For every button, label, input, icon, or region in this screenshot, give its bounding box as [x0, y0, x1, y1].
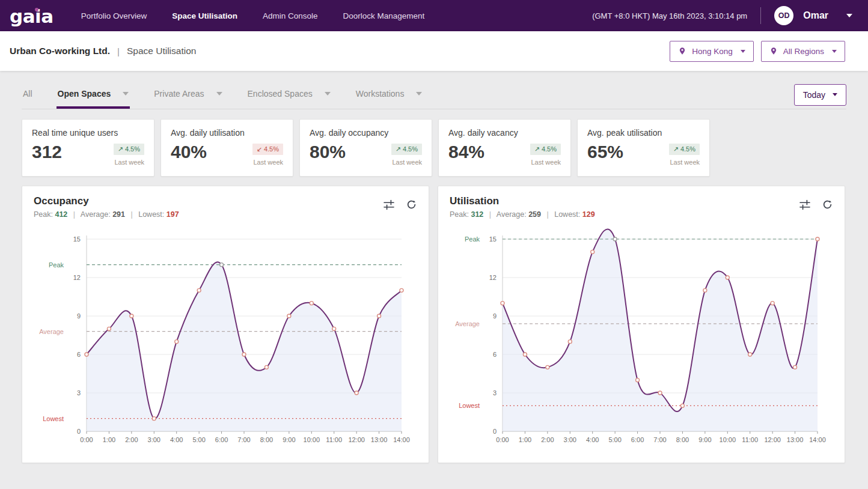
gaia-logo[interactable]: gaia [10, 6, 53, 26]
kpi-trend-badge: ↗ 4.5% [669, 144, 700, 155]
kpi-trend-badge: ↙ 4.5% [252, 144, 283, 155]
svg-text:2:00: 2:00 [541, 436, 554, 443]
kpi-period: Last week [669, 159, 700, 166]
nav-item-doorlock-management[interactable]: Doorlock Management [343, 11, 425, 20]
svg-text:13:00: 13:00 [371, 436, 388, 443]
svg-text:15: 15 [489, 235, 497, 243]
kpi-title: Real time unique users [32, 128, 144, 138]
kpi-trend-badge: ↗ 4.5% [391, 144, 422, 155]
svg-text:Peak: Peak [49, 261, 64, 269]
date-range-value: Today [803, 90, 825, 100]
stat-separator: | [130, 210, 132, 219]
average-value: 291 [112, 210, 125, 219]
svg-text:12:00: 12:00 [348, 436, 365, 443]
svg-text:1:00: 1:00 [519, 436, 531, 443]
svg-text:6:00: 6:00 [215, 436, 228, 443]
svg-text:14:00: 14:00 [393, 436, 410, 443]
date-range-chevron-down-icon [833, 93, 837, 96]
location-dropdown-value: Hong Kong [692, 47, 733, 56]
svg-text:Peak: Peak [465, 235, 480, 243]
filter-settings-icon[interactable] [799, 199, 811, 211]
chart-stats: Peak: 412 | Average: 291 | Lowest: 197 [34, 210, 179, 219]
kpi-title: Avg. daily vacancy [448, 128, 561, 138]
space-type-tabs: All Open Spaces Private Areas Enclosed S… [22, 80, 846, 109]
peak-value: 412 [55, 210, 67, 219]
kpi-title: Avg. daily utilisation [171, 128, 283, 138]
filter-settings-icon[interactable] [383, 199, 395, 211]
region-chevron-down-icon [832, 50, 837, 53]
kpi-delta: 4.5% [542, 145, 557, 153]
lowest-value: 129 [582, 210, 595, 219]
svg-text:3:00: 3:00 [148, 436, 160, 443]
svg-text:11:00: 11:00 [742, 436, 758, 443]
region-dropdown[interactable]: All Regions [761, 41, 845, 62]
svg-text:12: 12 [73, 274, 81, 281]
tab-enclosed-spaces[interactable]: Enclosed Spaces [246, 80, 332, 109]
kpi-card-avg-daily-utilisation: Avg. daily utilisation 40% ↙ 4.5% Last w… [160, 119, 293, 177]
svg-text:0: 0 [493, 428, 497, 435]
tab-open-spaces[interactable]: Open Spaces [57, 80, 130, 109]
chart-title: Occupancy [34, 195, 179, 207]
refresh-icon[interactable] [822, 199, 833, 211]
svg-text:6:00: 6:00 [631, 436, 644, 443]
tab-private-areas[interactable]: Private Areas [153, 80, 223, 109]
nav-item-admin-console[interactable]: Admin Console [263, 11, 318, 20]
stat-separator: | [73, 210, 75, 219]
utilisation-chart-plot: 03691215PeakAverageLowest0:001:002:003:0… [450, 220, 833, 453]
nav-item-portfolio-overview[interactable]: Portfolio Overview [81, 11, 147, 20]
svg-text:6: 6 [77, 351, 81, 358]
trend-down-icon: ↙ [257, 145, 262, 153]
svg-text:5:00: 5:00 [192, 436, 205, 443]
kpi-period: Last week [252, 159, 283, 166]
kpi-value: 40% [171, 143, 207, 161]
lowest-value: 197 [167, 210, 179, 219]
stat-separator: | [546, 210, 548, 219]
location-dropdown[interactable]: Hong Kong [670, 41, 754, 62]
location-filters: Hong Kong All Regions [670, 41, 845, 62]
svg-text:9: 9 [77, 312, 81, 320]
svg-text:Lowest: Lowest [459, 402, 480, 409]
kpi-value: 84% [448, 143, 484, 161]
tab-open-spaces-label: Open Spaces [58, 89, 111, 99]
breadcrumb-separator: | [117, 46, 120, 56]
user-menu-chevron-down-icon[interactable] [846, 14, 852, 17]
chart-title: Utilisation [450, 195, 595, 207]
date-range-dropdown[interactable]: Today [794, 84, 846, 106]
svg-text:8:00: 8:00 [676, 436, 689, 443]
trend-up-icon: ↗ [673, 145, 679, 153]
kpi-period: Last week [114, 159, 144, 166]
kpi-card-avg-daily-vacancy: Avg. daily vacancy 84% ↗ 4.5% Last week [438, 119, 571, 177]
kpi-card-real-time-unique-users: Real time unique users 312 ↗ 4.5% Last w… [22, 119, 154, 177]
occupancy-chart-card: Occupancy Peak: 412 | Average: 291 | Low… [22, 186, 429, 463]
svg-text:3:00: 3:00 [564, 436, 576, 443]
kpi-value: 312 [32, 143, 62, 161]
kpi-row: Real time unique users 312 ↗ 4.5% Last w… [22, 119, 846, 177]
map-pin-icon [769, 47, 778, 55]
logo-i-dot [35, 8, 38, 11]
svg-text:0: 0 [77, 428, 81, 435]
svg-text:0:00: 0:00 [496, 436, 509, 443]
tab-private-areas-label: Private Areas [154, 89, 204, 99]
trend-up-icon: ↗ [118, 145, 123, 153]
map-pin-icon [678, 47, 686, 55]
refresh-icon[interactable] [406, 199, 417, 211]
peak-label: Peak: [450, 210, 469, 219]
lowest-label: Lowest: [138, 210, 164, 219]
avatar[interactable]: OD [774, 6, 793, 25]
primary-nav: Portfolio Overview Space Utilisation Adm… [81, 11, 425, 20]
tab-enclosed-spaces-chevron-down-icon [325, 92, 331, 96]
trend-up-icon: ↗ [396, 145, 401, 153]
tab-workstations[interactable]: Workstations [355, 80, 424, 109]
avatar-initials: OD [778, 11, 790, 20]
nav-item-space-utilisation[interactable]: Space Utilisation [172, 11, 237, 20]
kpi-value: 80% [310, 143, 346, 161]
tab-all-label: All [23, 89, 32, 99]
svg-text:12:00: 12:00 [764, 436, 781, 443]
user-name: Omar [803, 10, 828, 21]
tab-all[interactable]: All [22, 80, 34, 109]
kpi-delta: 4.5% [403, 145, 418, 153]
svg-text:4:00: 4:00 [170, 436, 183, 443]
average-label: Average: [81, 210, 111, 219]
svg-text:11:00: 11:00 [326, 436, 342, 443]
svg-text:8:00: 8:00 [260, 436, 273, 443]
